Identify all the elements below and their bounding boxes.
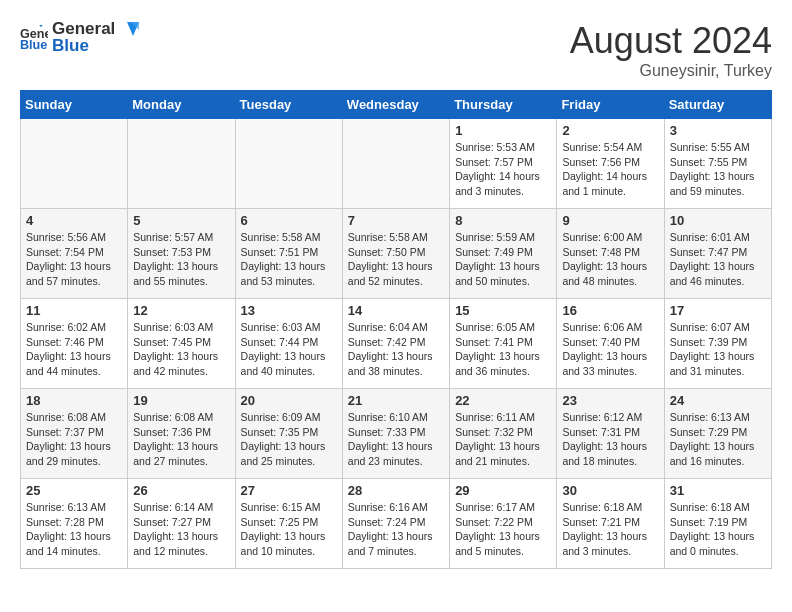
calendar-week-row: 4Sunrise: 5:56 AM Sunset: 7:54 PM Daylig…	[21, 209, 772, 299]
calendar-cell	[235, 119, 342, 209]
calendar-cell: 17Sunrise: 6:07 AM Sunset: 7:39 PM Dayli…	[664, 299, 771, 389]
calendar-cell: 26Sunrise: 6:14 AM Sunset: 7:27 PM Dayli…	[128, 479, 235, 569]
calendar-week-row: 18Sunrise: 6:08 AM Sunset: 7:37 PM Dayli…	[21, 389, 772, 479]
day-number: 27	[241, 483, 337, 498]
weekday-header-monday: Monday	[128, 91, 235, 119]
day-number: 16	[562, 303, 658, 318]
day-info: Sunrise: 6:08 AM Sunset: 7:36 PM Dayligh…	[133, 410, 229, 469]
logo-icon: General Blue	[20, 24, 48, 52]
logo: General Blue General Blue	[20, 20, 139, 55]
day-info: Sunrise: 5:53 AM Sunset: 7:57 PM Dayligh…	[455, 140, 551, 199]
weekday-header-row: SundayMondayTuesdayWednesdayThursdayFrid…	[21, 91, 772, 119]
day-info: Sunrise: 6:02 AM Sunset: 7:46 PM Dayligh…	[26, 320, 122, 379]
day-info: Sunrise: 5:56 AM Sunset: 7:54 PM Dayligh…	[26, 230, 122, 289]
calendar-cell: 29Sunrise: 6:17 AM Sunset: 7:22 PM Dayli…	[450, 479, 557, 569]
day-info: Sunrise: 5:59 AM Sunset: 7:49 PM Dayligh…	[455, 230, 551, 289]
day-number: 22	[455, 393, 551, 408]
day-number: 11	[26, 303, 122, 318]
calendar-cell	[342, 119, 449, 209]
day-number: 17	[670, 303, 766, 318]
calendar-cell: 4Sunrise: 5:56 AM Sunset: 7:54 PM Daylig…	[21, 209, 128, 299]
day-number: 21	[348, 393, 444, 408]
day-number: 29	[455, 483, 551, 498]
day-number: 26	[133, 483, 229, 498]
day-number: 18	[26, 393, 122, 408]
day-number: 14	[348, 303, 444, 318]
calendar-cell: 8Sunrise: 5:59 AM Sunset: 7:49 PM Daylig…	[450, 209, 557, 299]
calendar-cell: 27Sunrise: 6:15 AM Sunset: 7:25 PM Dayli…	[235, 479, 342, 569]
calendar-cell: 19Sunrise: 6:08 AM Sunset: 7:36 PM Dayli…	[128, 389, 235, 479]
day-number: 23	[562, 393, 658, 408]
calendar-header: SundayMondayTuesdayWednesdayThursdayFrid…	[21, 91, 772, 119]
calendar-cell: 7Sunrise: 5:58 AM Sunset: 7:50 PM Daylig…	[342, 209, 449, 299]
day-info: Sunrise: 6:03 AM Sunset: 7:45 PM Dayligh…	[133, 320, 229, 379]
day-info: Sunrise: 6:04 AM Sunset: 7:42 PM Dayligh…	[348, 320, 444, 379]
day-info: Sunrise: 6:10 AM Sunset: 7:33 PM Dayligh…	[348, 410, 444, 469]
day-info: Sunrise: 6:16 AM Sunset: 7:24 PM Dayligh…	[348, 500, 444, 559]
calendar-cell	[128, 119, 235, 209]
day-number: 9	[562, 213, 658, 228]
day-number: 8	[455, 213, 551, 228]
weekday-header-thursday: Thursday	[450, 91, 557, 119]
calendar-week-row: 25Sunrise: 6:13 AM Sunset: 7:28 PM Dayli…	[21, 479, 772, 569]
calendar-cell: 5Sunrise: 5:57 AM Sunset: 7:53 PM Daylig…	[128, 209, 235, 299]
calendar-cell: 10Sunrise: 6:01 AM Sunset: 7:47 PM Dayli…	[664, 209, 771, 299]
day-number: 5	[133, 213, 229, 228]
day-info: Sunrise: 6:17 AM Sunset: 7:22 PM Dayligh…	[455, 500, 551, 559]
day-info: Sunrise: 6:03 AM Sunset: 7:44 PM Dayligh…	[241, 320, 337, 379]
day-number: 6	[241, 213, 337, 228]
calendar-body: 1Sunrise: 5:53 AM Sunset: 7:57 PM Daylig…	[21, 119, 772, 569]
weekday-header-sunday: Sunday	[21, 91, 128, 119]
calendar-cell: 15Sunrise: 6:05 AM Sunset: 7:41 PM Dayli…	[450, 299, 557, 389]
calendar-cell: 14Sunrise: 6:04 AM Sunset: 7:42 PM Dayli…	[342, 299, 449, 389]
day-info: Sunrise: 6:08 AM Sunset: 7:37 PM Dayligh…	[26, 410, 122, 469]
calendar-cell: 21Sunrise: 6:10 AM Sunset: 7:33 PM Dayli…	[342, 389, 449, 479]
calendar-cell: 31Sunrise: 6:18 AM Sunset: 7:19 PM Dayli…	[664, 479, 771, 569]
calendar-cell: 28Sunrise: 6:16 AM Sunset: 7:24 PM Dayli…	[342, 479, 449, 569]
logo-blue-text: Blue	[52, 37, 139, 56]
day-info: Sunrise: 6:13 AM Sunset: 7:29 PM Dayligh…	[670, 410, 766, 469]
calendar-cell: 23Sunrise: 6:12 AM Sunset: 7:31 PM Dayli…	[557, 389, 664, 479]
title-block: August 2024 Guneysinir, Turkey	[570, 20, 772, 80]
weekday-header-friday: Friday	[557, 91, 664, 119]
calendar-cell: 1Sunrise: 5:53 AM Sunset: 7:57 PM Daylig…	[450, 119, 557, 209]
calendar-week-row: 11Sunrise: 6:02 AM Sunset: 7:46 PM Dayli…	[21, 299, 772, 389]
day-number: 28	[348, 483, 444, 498]
calendar-cell: 20Sunrise: 6:09 AM Sunset: 7:35 PM Dayli…	[235, 389, 342, 479]
svg-text:Blue: Blue	[20, 38, 47, 52]
calendar-cell: 18Sunrise: 6:08 AM Sunset: 7:37 PM Dayli…	[21, 389, 128, 479]
calendar-cell: 11Sunrise: 6:02 AM Sunset: 7:46 PM Dayli…	[21, 299, 128, 389]
page-header: General Blue General Blue August 2024 Gu…	[20, 20, 772, 80]
calendar-table: SundayMondayTuesdayWednesdayThursdayFrid…	[20, 90, 772, 569]
day-number: 19	[133, 393, 229, 408]
day-info: Sunrise: 6:18 AM Sunset: 7:19 PM Dayligh…	[670, 500, 766, 559]
calendar-cell: 2Sunrise: 5:54 AM Sunset: 7:56 PM Daylig…	[557, 119, 664, 209]
day-info: Sunrise: 6:18 AM Sunset: 7:21 PM Dayligh…	[562, 500, 658, 559]
location-subtitle: Guneysinir, Turkey	[570, 62, 772, 80]
day-info: Sunrise: 6:13 AM Sunset: 7:28 PM Dayligh…	[26, 500, 122, 559]
day-info: Sunrise: 6:15 AM Sunset: 7:25 PM Dayligh…	[241, 500, 337, 559]
calendar-cell: 6Sunrise: 5:58 AM Sunset: 7:51 PM Daylig…	[235, 209, 342, 299]
day-number: 15	[455, 303, 551, 318]
weekday-header-tuesday: Tuesday	[235, 91, 342, 119]
calendar-cell: 12Sunrise: 6:03 AM Sunset: 7:45 PM Dayli…	[128, 299, 235, 389]
day-info: Sunrise: 6:00 AM Sunset: 7:48 PM Dayligh…	[562, 230, 658, 289]
day-info: Sunrise: 5:57 AM Sunset: 7:53 PM Dayligh…	[133, 230, 229, 289]
calendar-cell: 3Sunrise: 5:55 AM Sunset: 7:55 PM Daylig…	[664, 119, 771, 209]
day-info: Sunrise: 5:55 AM Sunset: 7:55 PM Dayligh…	[670, 140, 766, 199]
calendar-cell: 30Sunrise: 6:18 AM Sunset: 7:21 PM Dayli…	[557, 479, 664, 569]
calendar-cell	[21, 119, 128, 209]
day-info: Sunrise: 6:09 AM Sunset: 7:35 PM Dayligh…	[241, 410, 337, 469]
day-info: Sunrise: 6:06 AM Sunset: 7:40 PM Dayligh…	[562, 320, 658, 379]
day-number: 1	[455, 123, 551, 138]
day-info: Sunrise: 6:07 AM Sunset: 7:39 PM Dayligh…	[670, 320, 766, 379]
day-number: 13	[241, 303, 337, 318]
day-info: Sunrise: 6:14 AM Sunset: 7:27 PM Dayligh…	[133, 500, 229, 559]
calendar-cell: 25Sunrise: 6:13 AM Sunset: 7:28 PM Dayli…	[21, 479, 128, 569]
day-number: 20	[241, 393, 337, 408]
day-info: Sunrise: 5:54 AM Sunset: 7:56 PM Dayligh…	[562, 140, 658, 199]
day-number: 2	[562, 123, 658, 138]
day-number: 12	[133, 303, 229, 318]
day-number: 31	[670, 483, 766, 498]
day-info: Sunrise: 6:12 AM Sunset: 7:31 PM Dayligh…	[562, 410, 658, 469]
